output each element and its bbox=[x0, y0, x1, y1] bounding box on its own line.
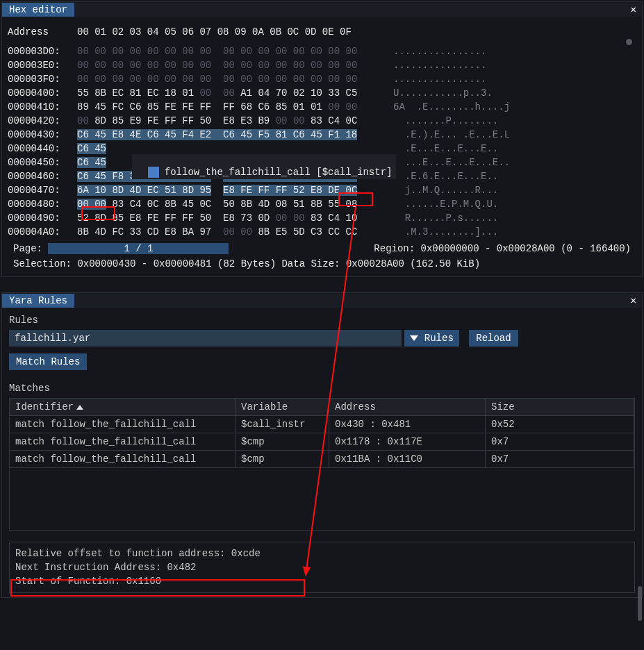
hex-row[interactable]: 00000470:6A 10 8D 4D EC 51 8D 95 E8 FE F… bbox=[8, 183, 636, 197]
bytes-header: 00 01 02 03 04 05 06 07 08 09 0A 0B 0C 0… bbox=[77, 26, 352, 38]
rules-file-input[interactable] bbox=[9, 330, 402, 347]
table-row[interactable]: match follow_the_fallchill_call$cmp0x11B… bbox=[10, 450, 634, 467]
hex-body: Address 00 01 02 03 04 05 06 07 08 09 0A… bbox=[2, 17, 642, 276]
scrollbar-thumb[interactable] bbox=[638, 586, 642, 621]
table-header: Identifier Variable Address Size bbox=[10, 399, 634, 415]
hex-panel-header: Hex editor ✕ bbox=[2, 2, 642, 17]
hex-editor-panel: Hex editor ✕ Address 00 01 02 03 04 05 0… bbox=[1, 1, 643, 277]
selection-info: Selection: 0x00000430 - 0x00000481 (82 B… bbox=[13, 258, 631, 269]
info-box: Relative offset to function address: 0xc… bbox=[9, 542, 635, 593]
sort-asc-icon bbox=[76, 405, 83, 410]
address-header: Address bbox=[8, 26, 77, 38]
matches-label: Matches bbox=[9, 383, 635, 394]
hex-rows[interactable]: 000003D0:00 00 00 00 00 00 00 00 00 00 0… bbox=[8, 44, 636, 239]
hex-row[interactable]: 00000430:C6 45 E8 4E C6 45 F4 E2 C6 45 F… bbox=[8, 128, 636, 142]
hex-row[interactable]: 00000480:00 00 83 C4 0C 8B 45 0C 50 8B 4… bbox=[8, 197, 636, 211]
match-rules-button[interactable]: Match Rules bbox=[9, 353, 87, 370]
yara-tab[interactable]: Yara Rules bbox=[2, 294, 74, 308]
relative-offset-line: Relative offset to function address: 0xc… bbox=[15, 547, 629, 560]
hex-row[interactable]: 000004A0:8B 4D FC 33 CD E8 BA 97 00 00 8… bbox=[8, 225, 636, 239]
color-swatch-icon bbox=[148, 167, 159, 178]
hex-row[interactable]: 000003D0:00 00 00 00 00 00 00 00 00 00 0… bbox=[8, 44, 636, 58]
table-row[interactable]: match follow_the_fallchill_call$cmp0x117… bbox=[10, 433, 634, 450]
chevron-down-icon bbox=[410, 335, 418, 341]
hex-column-header: Address 00 01 02 03 04 05 06 07 08 09 0A… bbox=[8, 19, 636, 44]
close-icon[interactable]: ✕ bbox=[625, 2, 642, 17]
reload-button[interactable]: Reload bbox=[469, 330, 518, 347]
hex-footer: Page: 1 / 1 Region: 0x00000000 - 0x00028… bbox=[8, 239, 636, 274]
hex-tab[interactable]: Hex editor bbox=[2, 3, 74, 17]
yara-body: Rules Rules Reload Match Rules Matches I… bbox=[2, 308, 642, 597]
yara-panel-header: Yara Rules ✕ bbox=[2, 293, 642, 308]
matches-table: Identifier Variable Address Size match f… bbox=[9, 398, 635, 531]
hex-row[interactable]: 000003E0:00 00 00 00 00 00 00 00 00 00 0… bbox=[8, 58, 636, 72]
rules-dropdown[interactable]: Rules bbox=[404, 330, 459, 347]
col-variable[interactable]: Variable bbox=[236, 399, 329, 415]
hex-row[interactable]: 00000420:00 8D 85 E9 FE FF FF 50 E8 E3 B… bbox=[8, 114, 636, 128]
next-instruction-line: Next Instruction Address: 0x482 bbox=[15, 560, 629, 574]
hex-row[interactable]: 00000400:55 8B EC 81 EC 18 01 00 00 A1 0… bbox=[8, 86, 636, 100]
hex-row[interactable]: 00000490:52 8D 85 E8 FE FF FF 50 E8 73 0… bbox=[8, 211, 636, 225]
rules-label: Rules bbox=[9, 315, 635, 326]
start-of-function-line: Start of Function: 0x1160 bbox=[15, 574, 629, 588]
close-icon[interactable]: ✕ bbox=[625, 293, 642, 308]
hex-row[interactable]: 000003F0:00 00 00 00 00 00 00 00 00 00 0… bbox=[8, 72, 636, 86]
page-label: Page: bbox=[13, 243, 42, 254]
col-size[interactable]: Size bbox=[486, 399, 634, 415]
col-address[interactable]: Address bbox=[329, 399, 486, 415]
hex-tooltip: follow_the_fallchill_call [$call_instr] bbox=[132, 154, 396, 179]
scroll-indicator-icon bbox=[626, 39, 632, 45]
table-empty-area bbox=[10, 467, 634, 530]
col-identifier[interactable]: Identifier bbox=[10, 399, 236, 415]
page-bar[interactable]: 1 / 1 bbox=[48, 243, 229, 254]
yara-panel: Yara Rules ✕ Rules Rules Reload Match Ru… bbox=[1, 292, 643, 598]
hex-row[interactable]: 00000410:89 45 FC C6 85 FE FE FF FF 68 C… bbox=[8, 100, 636, 114]
region-info: Region: 0x00000000 - 0x00028A00 (0 - 166… bbox=[374, 243, 631, 254]
hex-row[interactable]: 00000440:C6 45 .E...E...E...E.. bbox=[8, 142, 636, 156]
table-row[interactable]: match follow_the_fallchill_call$call_ins… bbox=[10, 415, 634, 433]
